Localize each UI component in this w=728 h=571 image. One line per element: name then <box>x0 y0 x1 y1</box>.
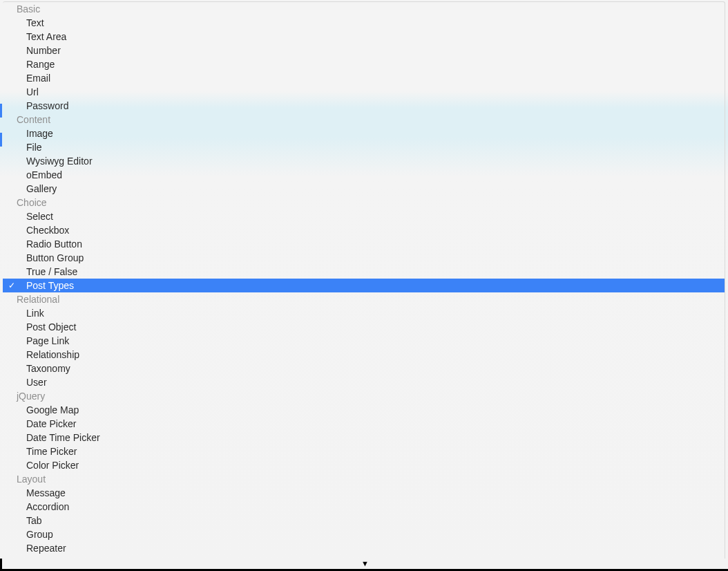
left-edge-marker <box>0 104 2 118</box>
option-label: Taxonomy <box>26 362 725 375</box>
option-taxonomy[interactable]: ✓ Taxonomy <box>3 362 725 375</box>
option-google-map[interactable]: ✓ Google Map <box>3 403 725 417</box>
option-label: Button Group <box>26 251 725 265</box>
optgroup-content: ✓ Content <box>3 113 725 127</box>
chevron-down-icon: ▼ <box>361 559 369 568</box>
option-label: Url <box>26 85 725 99</box>
option-label: Wysiwyg Editor <box>26 154 725 168</box>
option-post-types[interactable]: ✓ Post Types <box>3 279 725 292</box>
field-type-dropdown[interactable]: ✓ Basic ✓ Text ✓ Text Area ✓ Number ✓ Ra… <box>3 1 725 568</box>
option-label: Email <box>26 71 725 85</box>
option-gallery[interactable]: ✓ Gallery <box>3 182 725 196</box>
optgroup-label: Layout <box>17 472 725 486</box>
option-email[interactable]: ✓ Email <box>3 71 725 85</box>
left-edge-marker <box>0 133 2 147</box>
option-label: Accordion <box>26 500 725 514</box>
option-image[interactable]: ✓ Image <box>3 127 725 140</box>
check-icon: ✓ <box>8 279 26 292</box>
option-date-time-picker[interactable]: ✓ Date Time Picker <box>3 431 725 444</box>
option-label: True / False <box>26 265 725 279</box>
option-label: Time Picker <box>26 444 725 458</box>
option-label: Page Link <box>26 334 725 348</box>
option-link[interactable]: ✓ Link <box>3 306 725 320</box>
option-label: Link <box>26 306 725 320</box>
option-range[interactable]: ✓ Range <box>3 57 725 71</box>
optgroup-label: Choice <box>17 196 725 209</box>
option-label: Text Area <box>26 30 725 44</box>
option-message[interactable]: ✓ Message <box>3 486 725 500</box>
option-button-group[interactable]: ✓ Button Group <box>3 251 725 265</box>
option-relationship[interactable]: ✓ Relationship <box>3 348 725 362</box>
option-label: Radio Button <box>26 237 725 251</box>
option-oembed[interactable]: ✓ oEmbed <box>3 168 725 182</box>
option-label: Group <box>26 527 725 541</box>
option-checkbox[interactable]: ✓ Checkbox <box>3 223 725 237</box>
option-true-false[interactable]: ✓ True / False <box>3 265 725 279</box>
option-label: Password <box>26 99 725 113</box>
option-post-object[interactable]: ✓ Post Object <box>3 320 725 334</box>
option-select[interactable]: ✓ Select <box>3 209 725 223</box>
option-url[interactable]: ✓ Url <box>3 85 725 99</box>
option-number[interactable]: ✓ Number <box>3 44 725 57</box>
option-label: Gallery <box>26 182 725 196</box>
optgroup-basic: ✓ Basic <box>3 2 725 16</box>
option-label: Post Types <box>26 279 725 292</box>
optgroup-choice: ✓ Choice <box>3 196 725 209</box>
optgroup-label: Relational <box>17 292 725 306</box>
option-text[interactable]: ✓ Text <box>3 16 725 30</box>
option-label: File <box>26 140 725 154</box>
option-label: Color Picker <box>26 458 725 472</box>
optgroup-label: Content <box>17 113 725 127</box>
option-label: Repeater <box>26 541 725 555</box>
option-text-area[interactable]: ✓ Text Area <box>3 30 725 44</box>
option-group[interactable]: ✓ Group <box>3 527 725 541</box>
optgroup-jquery: ✓ jQuery <box>3 389 725 403</box>
option-file[interactable]: ✓ File <box>3 140 725 154</box>
option-password[interactable]: ✓ Password <box>3 99 725 113</box>
option-label: Tab <box>26 514 725 527</box>
option-radio-button[interactable]: ✓ Radio Button <box>3 237 725 251</box>
optgroup-layout: ✓ Layout <box>3 472 725 486</box>
option-wysiwyg-editor[interactable]: ✓ Wysiwyg Editor <box>3 154 725 168</box>
option-time-picker[interactable]: ✓ Time Picker <box>3 444 725 458</box>
option-label: Checkbox <box>26 223 725 237</box>
option-label: Message <box>26 486 725 500</box>
option-tab[interactable]: ✓ Tab <box>3 514 725 527</box>
option-label: Google Map <box>26 403 725 417</box>
option-repeater[interactable]: ✓ Repeater <box>3 541 725 555</box>
option-label: Image <box>26 127 725 140</box>
option-label: Relationship <box>26 348 725 362</box>
option-label: Select <box>26 209 725 223</box>
option-color-picker[interactable]: ✓ Color Picker <box>3 458 725 472</box>
option-label: oEmbed <box>26 168 725 182</box>
option-label: Date Picker <box>26 417 725 431</box>
option-label: Text <box>26 16 725 30</box>
option-date-picker[interactable]: ✓ Date Picker <box>3 417 725 431</box>
option-label: Date Time Picker <box>26 431 725 444</box>
optgroup-label: jQuery <box>17 389 725 403</box>
option-user[interactable]: ✓ User <box>3 375 725 389</box>
option-page-link[interactable]: ✓ Page Link <box>3 334 725 348</box>
option-accordion[interactable]: ✓ Accordion <box>3 500 725 514</box>
option-label: User <box>26 375 725 389</box>
option-label: Range <box>26 57 725 71</box>
option-label: Number <box>26 44 725 57</box>
optgroup-relational: ✓ Relational <box>3 292 725 306</box>
optgroup-label: Basic <box>17 2 725 16</box>
option-label: Post Object <box>26 320 725 334</box>
dropdown-scroll-down-indicator[interactable]: ▼ <box>0 559 728 571</box>
